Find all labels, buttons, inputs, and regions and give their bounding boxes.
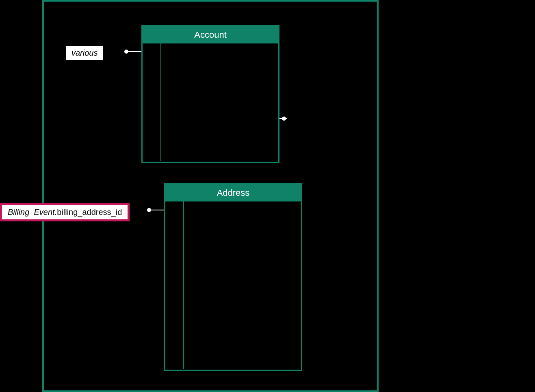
connector-line xyxy=(127,51,141,52)
reference-tag-text: Billing_Event. xyxy=(8,208,57,217)
column-divider xyxy=(160,43,161,161)
entity-account-body xyxy=(143,43,278,161)
column-divider xyxy=(183,201,184,369)
reference-tag-billing-event: Billing_Event.billing_address_id xyxy=(0,203,130,221)
entity-address: Address xyxy=(164,183,302,371)
connector-line xyxy=(149,210,164,210)
entity-account-title: Account xyxy=(143,26,278,43)
entity-address-body xyxy=(165,201,301,369)
reference-tag-various: various xyxy=(66,46,103,60)
entity-address-title: Address xyxy=(165,184,301,201)
reference-tag-text-rest: billing_address_id xyxy=(57,208,122,217)
reference-tag-text: various xyxy=(71,48,97,57)
connector-line xyxy=(279,118,287,119)
entity-account: Account xyxy=(141,25,279,163)
